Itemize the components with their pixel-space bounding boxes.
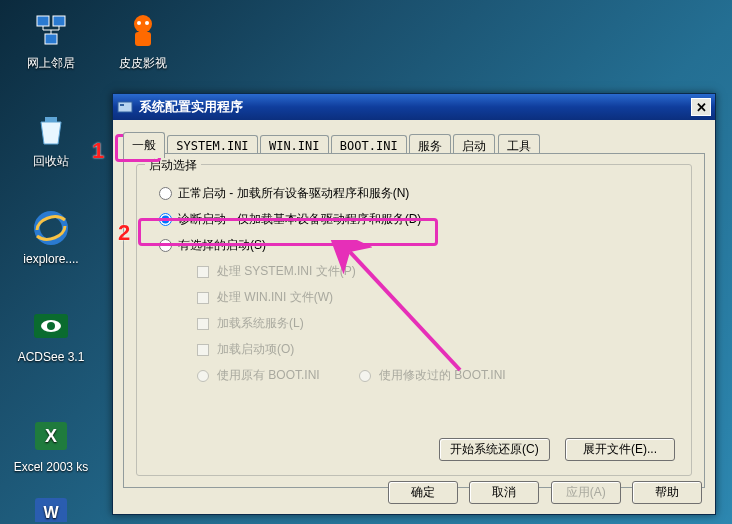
radio-selective-startup[interactable]: 有选择的启动(S): [159, 237, 266, 254]
radio-selective-input[interactable]: [159, 239, 172, 252]
check-win-ini: 处理 WIN.INI 文件(W): [197, 289, 333, 306]
svg-text:X: X: [45, 426, 57, 446]
check-startup: 加载启动项(O): [197, 341, 294, 358]
radio-use-original-bootini: 使用原有 BOOT.INI: [197, 367, 320, 384]
desktop-icon-label: 回收站: [6, 154, 96, 168]
startup-selection-group: 启动选择 正常启动 - 加载所有设备驱动程序和服务(N) 诊断启动 - 仅加载基…: [136, 164, 692, 476]
desktop-icon-acdsee[interactable]: ACDSee 3.1: [6, 306, 96, 364]
svg-rect-1: [53, 16, 65, 26]
cancel-button[interactable]: 取消: [469, 481, 539, 504]
tab-panel-general: 启动选择 正常启动 - 加载所有设备驱动程序和服务(N) 诊断启动 - 仅加载基…: [123, 153, 705, 488]
desktop-icon-label: ACDSee 3.1: [6, 350, 96, 364]
radio-normal-input[interactable]: [159, 187, 172, 200]
ok-button[interactable]: 确定: [388, 481, 458, 504]
desktop-icon-label: Excel 2003 ks: [6, 460, 96, 474]
window-title: 系统配置实用程序: [139, 98, 691, 116]
desktop-icon-ie[interactable]: iexplore....: [6, 208, 96, 266]
radio-diagnostic-startup[interactable]: 诊断启动 - 仅加载基本设备驱动程序和服务(D): [159, 211, 421, 228]
word-icon: W: [31, 498, 71, 522]
radio-label: 有选择的启动(S): [178, 237, 266, 254]
group-legend: 启动选择: [145, 157, 201, 174]
radio-diagnostic-input[interactable]: [159, 213, 172, 226]
msconfig-window: 系统配置实用程序 ✕ 一般 SYSTEM.INI WIN.INI BOOT.IN…: [112, 93, 716, 515]
tab-general[interactable]: 一般: [123, 132, 165, 158]
radio-use-modified-bootini: 使用修改过的 BOOT.INI: [359, 367, 506, 384]
check-system-ini: 处理 SYSTEM.INI 文件(P): [197, 263, 356, 280]
app-icon: [117, 99, 133, 115]
close-icon: ✕: [696, 100, 707, 115]
desktop-icon-label: 网上邻居: [6, 56, 96, 70]
radio-normal-startup[interactable]: 正常启动 - 加载所有设备驱动程序和服务(N): [159, 185, 409, 202]
svg-point-4: [137, 21, 141, 25]
help-button[interactable]: 帮助: [632, 481, 702, 504]
close-button[interactable]: ✕: [691, 98, 711, 116]
desktop-icon-recyclebin[interactable]: 回收站: [6, 110, 96, 168]
radio-label: 诊断启动 - 仅加载基本设备驱动程序和服务(D): [178, 211, 421, 228]
svg-rect-0: [37, 16, 49, 26]
title-bar[interactable]: 系统配置实用程序 ✕: [113, 94, 715, 120]
excel-icon: X: [31, 416, 71, 456]
apply-button[interactable]: 应用(A): [551, 481, 621, 504]
desktop-icon-label: 皮皮影视: [98, 56, 188, 70]
check-services: 加载系统服务(L): [197, 315, 304, 332]
inner-button-row: 开始系统还原(C) 展开文件(E)...: [427, 438, 675, 461]
svg-rect-17: [120, 104, 124, 106]
svg-rect-7: [45, 117, 57, 122]
client-area: 一般 SYSTEM.INI WIN.INI BOOT.INI 服务 启动 工具 …: [116, 123, 712, 511]
system-restore-button[interactable]: 开始系统还原(C): [439, 438, 550, 461]
desktop-icon-pipi[interactable]: 皮皮影视: [98, 12, 188, 70]
recycle-bin-icon: [31, 110, 71, 150]
svg-point-5: [145, 21, 149, 25]
desktop-icon-excel[interactable]: X Excel 2003 ks: [6, 416, 96, 474]
dialog-button-row: 确定 取消 应用(A) 帮助: [380, 481, 702, 504]
svg-point-3: [134, 15, 152, 33]
svg-point-11: [47, 322, 55, 330]
acdsee-icon: [31, 306, 71, 346]
svg-rect-6: [135, 32, 151, 46]
svg-rect-16: [118, 102, 132, 112]
desktop-icon-network[interactable]: 网上邻居: [6, 12, 96, 70]
pipi-icon: [123, 12, 163, 52]
svg-rect-2: [45, 34, 57, 44]
desktop-icon-label: iexplore....: [6, 252, 96, 266]
radio-label: 正常启动 - 加载所有设备驱动程序和服务(N): [178, 185, 409, 202]
network-places-icon: [31, 12, 71, 52]
ie-icon: [31, 208, 71, 248]
desktop-icon-word[interactable]: W: [6, 498, 96, 524]
expand-file-button[interactable]: 展开文件(E)...: [565, 438, 675, 461]
svg-text:W: W: [43, 504, 59, 521]
